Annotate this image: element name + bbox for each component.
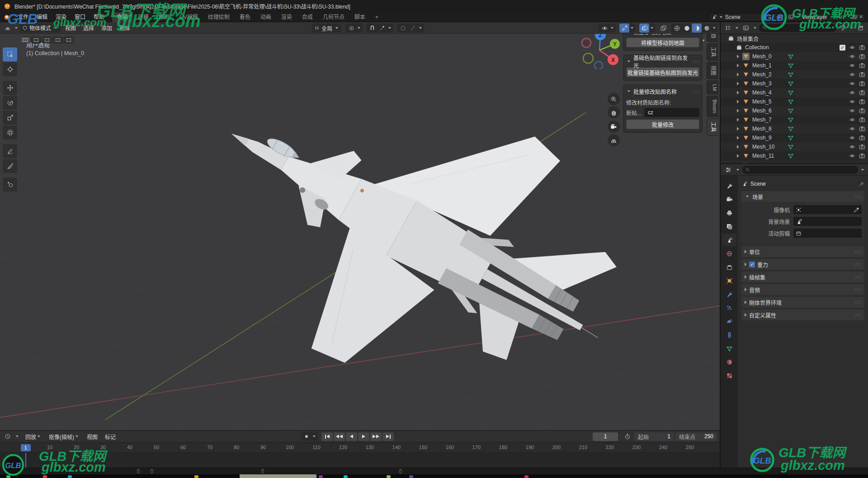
camera-icon[interactable] (859, 62, 865, 69)
transform-tool-button[interactable] (3, 126, 17, 140)
shading-material-icon[interactable] (692, 23, 702, 33)
mesh-row-Mesh_7[interactable]: Mesh_7 (721, 115, 868, 124)
measure-tool-button[interactable] (3, 159, 17, 173)
timeline-tracks[interactable] (0, 453, 720, 468)
outliner-editor-icon[interactable] (723, 23, 733, 33)
viewport-menu-选择[interactable]: 选择 (80, 24, 98, 32)
taskbar-icon[interactable] (387, 475, 391, 478)
camera-icon[interactable] (859, 108, 865, 114)
eyedropper-icon[interactable] (854, 207, 859, 213)
pivot-dropdown[interactable] (345, 23, 363, 33)
camera-icon[interactable] (859, 71, 865, 78)
rename-input[interactable]: cz (644, 108, 699, 117)
taskbar-icon[interactable] (319, 475, 323, 478)
n-panel-tab-视图-2[interactable]: 视图 (707, 62, 718, 79)
properties-search-input[interactable] (742, 166, 858, 174)
timeline-menu-回放[interactable]: 回放 (22, 433, 45, 441)
n-panel-tab-工具-1[interactable]: 工具 (707, 43, 718, 61)
expand-arrow-icon[interactable] (737, 145, 739, 149)
workspace-tab-+[interactable]: + (370, 12, 383, 22)
editor-type-icon[interactable] (3, 23, 13, 33)
section-插帧集[interactable]: 插帧集∷∷ (741, 272, 864, 282)
camera-icon[interactable] (859, 126, 865, 132)
expand-arrow-icon[interactable] (737, 118, 739, 122)
menu-文件[interactable]: 文件 (14, 12, 33, 22)
taskbar-icon[interactable] (524, 475, 528, 478)
properties-editor-icon[interactable] (723, 165, 733, 174)
eye-icon[interactable] (849, 144, 855, 150)
camera-icon[interactable] (859, 44, 865, 51)
checkbox-icon[interactable]: ✓ (840, 45, 845, 51)
select-mode-3[interactable] (53, 37, 63, 43)
section-scene[interactable]: 场景 ∷∷ (741, 191, 864, 202)
taskbar-window[interactable] (240, 474, 316, 478)
timeline-editor-icon[interactable] (3, 432, 13, 441)
shading-rendered-icon[interactable] (702, 23, 712, 33)
camera-icon[interactable] (859, 117, 865, 123)
eye-icon[interactable] (849, 53, 855, 60)
new-collection-icon[interactable] (856, 23, 866, 33)
taskbar-icon[interactable] (68, 475, 72, 478)
select-mode-0[interactable] (20, 37, 30, 43)
overlays-toggle[interactable] (638, 23, 656, 33)
display-mode-icon[interactable] (741, 23, 751, 33)
scene-collection-row[interactable]: 场景集合 (721, 34, 868, 43)
stopwatch-icon[interactable] (623, 432, 632, 441)
scene-selector[interactable]: Scene (709, 13, 784, 21)
expand-arrow-icon[interactable] (737, 154, 739, 158)
field-input-活动剪辑[interactable] (793, 229, 862, 238)
workspace-tab-合成[interactable]: 合成 (297, 12, 318, 22)
new-scene-icon[interactable] (776, 14, 782, 20)
taskbar-icon[interactable] (194, 475, 198, 478)
properties-tab-physics[interactable] (722, 315, 736, 328)
mode-dropdown[interactable]: 物体模式 (20, 23, 61, 33)
workspace-tab-建模[interactable]: 建模 (133, 12, 154, 22)
taskbar-icon[interactable] (6, 475, 10, 478)
eye-icon[interactable] (849, 135, 855, 141)
pin-icon[interactable] (859, 181, 864, 187)
outliner-search-input[interactable] (759, 24, 836, 32)
current-frame-field[interactable]: 1 (593, 432, 618, 441)
workspace-tab-UV编辑[interactable]: UV编辑 (175, 12, 203, 22)
n-panel-tab-工具-5[interactable]: 工具 (707, 118, 718, 136)
camera-icon[interactable] (859, 153, 865, 159)
workspace-tab-脚本[interactable]: 脚本 (349, 12, 370, 22)
camera-icon[interactable] (859, 89, 865, 96)
camera-icon[interactable] (859, 135, 865, 141)
current-frame-marker[interactable]: 1 (21, 444, 31, 451)
viewport-menu-添加[interactable]: 添加 (98, 24, 116, 32)
viewport-menu-视图[interactable]: 视图 (61, 24, 80, 32)
taskbar-icon[interactable] (344, 475, 348, 478)
xray-toggle[interactable] (658, 23, 668, 33)
workspace-tab-动画[interactable]: 动画 (255, 12, 276, 22)
frame-start-field[interactable]: 起始 1 (634, 432, 674, 441)
timeline-menu-标记[interactable]: 标记 (101, 433, 119, 441)
viewport-menu-物体[interactable]: 物体 (116, 24, 134, 32)
panel-button-0[interactable]: 将模型移动到地面 (626, 37, 699, 47)
mesh-row-Mesh_3[interactable]: Mesh_3 (721, 79, 868, 88)
properties-tab-tool[interactable] (722, 179, 736, 192)
mesh-row-Mesh_2[interactable]: Mesh_2 (721, 70, 868, 79)
mesh-row-Mesh_1[interactable]: Mesh_1 (721, 61, 868, 70)
n-panel-tab-Blosm-4[interactable]: Blosm (707, 96, 718, 117)
mesh-row-Mesh_9[interactable]: Mesh_9 (721, 133, 868, 142)
annotate-tool-button[interactable] (3, 144, 17, 158)
properties-tab-collection[interactable] (722, 261, 736, 273)
section-刚体世界环境[interactable]: 刚体世界环境∷∷ (741, 297, 864, 308)
workspace-tab-渲染[interactable]: 渲染 (276, 12, 297, 22)
menu-帮助[interactable]: 帮助 (90, 12, 108, 22)
eye-icon[interactable] (849, 126, 855, 132)
snap-group[interactable] (366, 23, 393, 33)
properties-tab-material[interactable] (722, 356, 736, 368)
eye-icon[interactable] (849, 117, 855, 123)
proportional-group[interactable] (397, 23, 424, 33)
orientation-dropdown[interactable]: 全局 (312, 23, 342, 33)
viewport-3d[interactable]: 物体模式 视图选择添加物体 全局 选项 (0, 22, 720, 430)
pan-view-button[interactable] (608, 106, 620, 118)
eye-icon[interactable] (849, 98, 855, 105)
eye-icon[interactable] (849, 71, 855, 78)
select-mode-4[interactable] (64, 37, 74, 43)
new-viewlayer-icon[interactable] (852, 14, 858, 20)
section-重力[interactable]: ✓重力∷∷ (741, 259, 864, 270)
workspace-tab-纹理绘制[interactable]: 纹理绘制 (203, 12, 235, 22)
